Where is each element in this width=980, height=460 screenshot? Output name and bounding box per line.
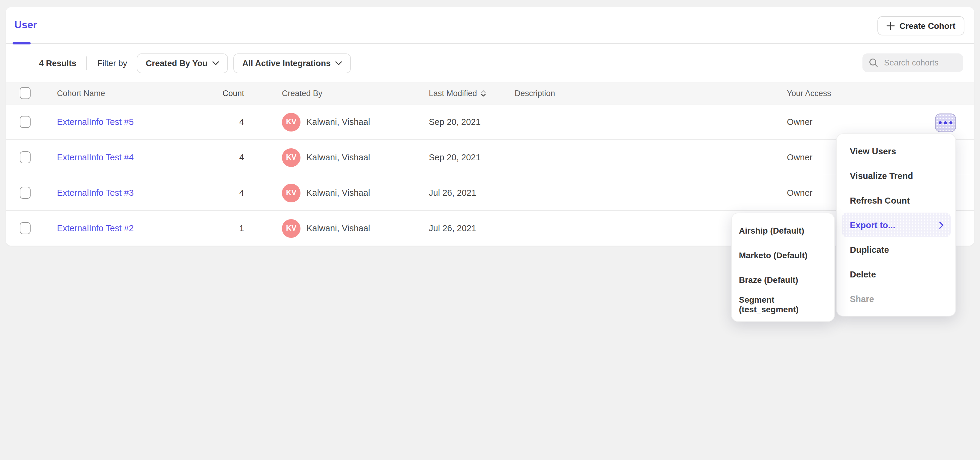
row-checkbox[interactable] xyxy=(20,116,30,128)
column-header-description: Description xyxy=(509,89,781,97)
chevron-down-icon xyxy=(336,61,342,65)
create-cohort-button[interactable]: Create Cohort xyxy=(877,16,964,35)
avatar: KV xyxy=(282,148,301,167)
toolbar-divider xyxy=(87,56,87,70)
cohort-name-link[interactable]: ExternalInfo Test #3 xyxy=(57,188,134,198)
row-checkbox[interactable] xyxy=(20,151,30,163)
export-submenu: Airship (Default) Marketo (Default) Braz… xyxy=(731,212,835,322)
integrations-filter-dropdown[interactable]: All Active Integrations xyxy=(233,53,351,73)
menu-item-share: Share xyxy=(837,286,955,311)
submenu-item-braze[interactable]: Braze (Default) xyxy=(732,267,834,292)
row-checkbox[interactable] xyxy=(20,187,30,199)
access-level: Owner xyxy=(781,117,929,127)
created-by-filter-dropdown[interactable]: Created By You xyxy=(137,53,228,73)
chevron-up-icon xyxy=(481,90,486,93)
tab-bar: User Create Cohort xyxy=(6,7,974,44)
submenu-item-airship[interactable]: Airship (Default) xyxy=(732,218,834,243)
submenu-item-segment[interactable]: Segment (test_segment) xyxy=(732,292,834,316)
submenu-item-marketo[interactable]: Marketo (Default) xyxy=(732,243,834,267)
row-checkbox[interactable] xyxy=(20,222,30,234)
integrations-filter-value: All Active Integrations xyxy=(242,58,331,68)
last-modified-date: Sep 20, 2021 xyxy=(423,117,509,127)
created-by-name: Kalwani, Vishaal xyxy=(307,153,370,162)
cohort-count: 4 xyxy=(210,188,244,198)
cohort-count: 1 xyxy=(210,224,244,233)
avatar: KV xyxy=(282,219,301,238)
ellipsis-icon xyxy=(939,121,942,124)
menu-item-refresh-count[interactable]: Refresh Count xyxy=(837,188,955,212)
chevron-down-icon xyxy=(481,94,486,97)
tab-user[interactable]: User xyxy=(14,7,37,43)
column-header-created-by: Created By xyxy=(244,89,423,97)
table-row: ExternalInfo Test #4 4 KVKalwani, Vishaa… xyxy=(6,140,974,175)
row-actions-button[interactable] xyxy=(935,113,956,132)
cohorts-card: User Create Cohort 4 Results Filter by C… xyxy=(6,7,974,246)
menu-item-export-to[interactable]: Export to... xyxy=(842,212,951,237)
table-row: ExternalInfo Test #5 4 KVKalwani, Vishaa… xyxy=(6,104,974,140)
cohort-name-link[interactable]: ExternalInfo Test #4 xyxy=(57,153,134,162)
select-all-checkbox[interactable] xyxy=(20,87,30,99)
table-row: ExternalInfo Test #3 4 KVKalwani, Vishaa… xyxy=(6,175,974,211)
avatar: KV xyxy=(282,113,301,131)
menu-item-delete[interactable]: Delete xyxy=(837,262,955,286)
cohort-name-link[interactable]: ExternalInfo Test #5 xyxy=(57,117,134,127)
cohort-count: 4 xyxy=(210,153,244,162)
cohorts-page: User Create Cohort 4 Results Filter by C… xyxy=(0,0,980,460)
search-input[interactable] xyxy=(862,53,963,72)
sort-icon xyxy=(481,90,486,97)
menu-item-duplicate[interactable]: Duplicate xyxy=(837,237,955,262)
created-by-name: Kalwani, Vishaal xyxy=(307,224,370,233)
created-by-filter-value: Created By You xyxy=(146,58,207,68)
toolbar: 4 Results Filter by Created By You All A… xyxy=(6,44,974,82)
cohort-name-link[interactable]: ExternalInfo Test #2 xyxy=(57,224,134,233)
table-header: Cohort Name Count Created By Last Modifi… xyxy=(6,82,974,104)
menu-item-visualize-trend[interactable]: Visualize Trend xyxy=(837,163,955,188)
last-modified-date: Sep 20, 2021 xyxy=(423,153,509,162)
last-modified-date: Jul 26, 2021 xyxy=(423,224,509,233)
created-by-name: Kalwani, Vishaal xyxy=(307,117,370,127)
column-header-your-access: Your Access xyxy=(781,89,929,97)
column-header-last-modified[interactable]: Last Modified xyxy=(423,89,509,97)
create-cohort-label: Create Cohort xyxy=(899,21,955,30)
menu-item-view-users[interactable]: View Users xyxy=(837,139,955,163)
chevron-down-icon xyxy=(212,61,219,65)
cohort-count: 4 xyxy=(210,117,244,127)
filter-by-label: Filter by xyxy=(97,58,127,68)
avatar: KV xyxy=(282,184,301,202)
row-actions-menu: View Users Visualize Trend Refresh Count… xyxy=(836,133,956,316)
created-by-name: Kalwani, Vishaal xyxy=(307,188,370,198)
results-count: 4 Results xyxy=(39,58,76,68)
search-box xyxy=(862,53,963,72)
plus-icon xyxy=(886,22,894,30)
column-header-cohort-name: Cohort Name xyxy=(44,89,210,97)
column-header-count: Count xyxy=(210,89,244,97)
chevron-right-icon xyxy=(939,221,943,228)
last-modified-date: Jul 26, 2021 xyxy=(423,188,509,198)
tab-user-label: User xyxy=(14,19,37,31)
